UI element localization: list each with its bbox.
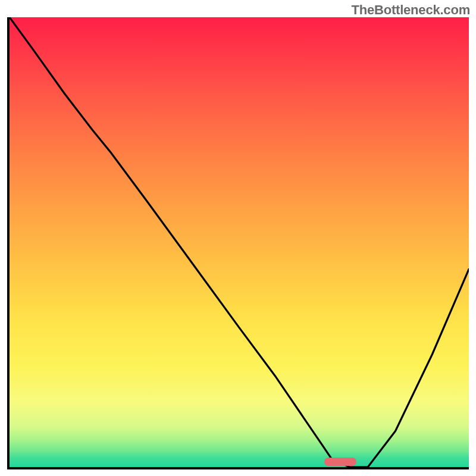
bottleneck-curve (10, 17, 469, 467)
optimal-point-marker (324, 458, 356, 466)
plot-area (10, 17, 469, 467)
watermark-label: TheBottleneck.com (351, 2, 470, 18)
chart-container: TheBottleneck.com (0, 0, 476, 476)
